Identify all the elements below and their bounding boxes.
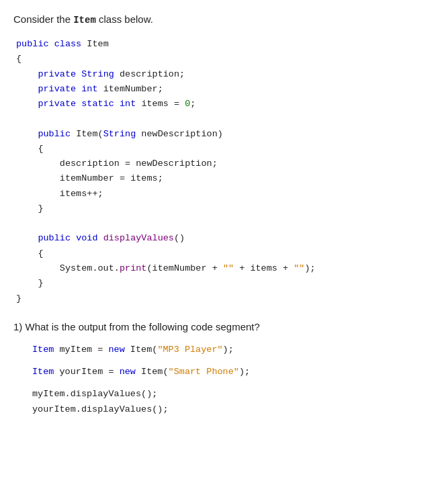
question-section: 1) What is the output from the following… [13,320,435,418]
code-line-method-sig: public void displayValues() [16,231,435,246]
code-class-block: public class Item { private String descr… [13,37,435,306]
code-line-close-brace-1: } [16,291,435,306]
question-label: 1) What is the output from the following… [13,320,435,335]
code-line-blank-1 [16,111,435,126]
code-line-field-3: private static int items = 0; [16,97,435,111]
code-line-open-brace-2: { [16,142,435,156]
code-line-blank-2 [16,216,435,231]
code-line-close-brace-2: } [16,201,435,216]
code-line-open-brace-1: { [16,52,435,66]
intro-text-before: Consider the [13,13,73,25]
code-line-class-decl: public class Item [16,37,435,52]
q-code-line-1: Item myItem = new Item("MP3 Player"); [32,343,435,358]
code-line-constructor-sig: public Item(String newDescription) [16,127,435,142]
intro-code-word: Item [73,15,96,26]
code-line-print-stmt: System.out.print(itemNumber + "" + items… [16,261,435,276]
q-code-blank-1 [32,358,435,365]
code-line-assign-1: description = newDescription; [16,156,435,171]
q-code-line-3: myItem.displayValues(); [32,387,435,402]
q-code-line-4: yourItem.displayValues(); [32,402,435,418]
code-line-field-2: private int itemNumber; [16,82,435,97]
code-line-assign-2: itemNumber = items; [16,171,435,186]
q-code-line-2: Item yourItem = new Item("Smart Phone"); [32,365,435,380]
code-line-close-brace-3: } [16,276,435,291]
question-text: What is the output from the following co… [26,321,260,332]
question-number: 1) [13,321,22,332]
code-line-open-brace-3: { [16,246,435,261]
intro-paragraph: Consider the Item class below. [13,12,435,28]
q-code-blank-2 [32,380,435,387]
code-line-field-1: private String description; [16,67,435,82]
code-line-increment: items++; [16,187,435,201]
question-code-block: Item myItem = new Item("MP3 Player"); It… [13,343,435,418]
intro-text-after: class below. [96,13,153,25]
